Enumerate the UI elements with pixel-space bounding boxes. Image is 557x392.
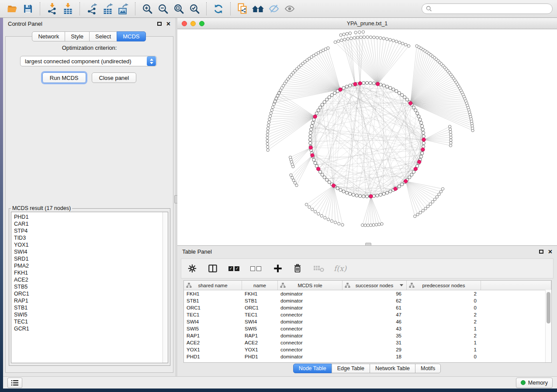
mcds-node[interactable]: [394, 187, 397, 190]
network-node[interactable]: [422, 141, 425, 144]
clone-network-icon[interactable]: [235, 2, 250, 16]
network-leaf-node[interactable]: [330, 220, 333, 222]
network-node[interactable]: [333, 91, 336, 94]
network-node[interactable]: [421, 152, 424, 155]
network-leaf-node[interactable]: [373, 36, 375, 38]
close-panel-icon[interactable]: ×: [166, 21, 170, 27]
network-leaf-node[interactable]: [362, 31, 364, 33]
network-leaf-node[interactable]: [439, 190, 442, 193]
mcds-result-item[interactable]: SRD1: [14, 255, 168, 262]
network-leaf-node[interactable]: [415, 45, 418, 47]
network-node[interactable]: [349, 193, 352, 196]
select-all-columns-icon[interactable]: ✓✓: [228, 266, 239, 271]
network-leaf-node[interactable]: [266, 127, 269, 130]
network-node[interactable]: [401, 183, 404, 186]
log-console-button[interactable]: [7, 378, 22, 388]
network-leaf-node[interactable]: [273, 100, 276, 103]
network-node[interactable]: [349, 84, 352, 87]
network-leaf-node[interactable]: [266, 146, 269, 148]
network-node[interactable]: [328, 96, 331, 99]
network-leaf-node[interactable]: [449, 128, 451, 131]
network-leaf-node[interactable]: [294, 182, 296, 184]
mcds-node[interactable]: [422, 138, 426, 141]
column-header-shared-name[interactable]: shared name: [184, 281, 242, 290]
network-leaf-node[interactable]: [414, 215, 416, 217]
run-mcds-button[interactable]: Run MCDS: [42, 72, 86, 83]
tab-motifs[interactable]: Motifs: [415, 364, 441, 373]
mcds-node[interactable]: [311, 154, 314, 157]
network-leaf-node[interactable]: [267, 121, 270, 124]
network-leaf-node[interactable]: [266, 142, 269, 145]
network-leaf-node[interactable]: [339, 34, 342, 36]
network-leaf-node[interactable]: [426, 205, 429, 208]
network-node[interactable]: [362, 82, 365, 85]
mcds-node[interactable]: [332, 184, 335, 187]
network-leaf-node[interactable]: [356, 36, 359, 39]
network-leaf-node[interactable]: [405, 43, 407, 46]
delete-column-icon[interactable]: [293, 264, 302, 273]
network-node[interactable]: [382, 84, 385, 87]
zoom-out-icon[interactable]: [155, 2, 171, 16]
mcds-result-item[interactable]: TID3: [14, 234, 168, 241]
network-leaf-node[interactable]: [438, 193, 440, 196]
network-node[interactable]: [318, 170, 322, 173]
network-node[interactable]: [412, 170, 415, 173]
network-node[interactable]: [309, 141, 312, 144]
network-leaf-node[interactable]: [422, 209, 424, 212]
export-image-icon[interactable]: [115, 2, 131, 16]
network-canvas[interactable]: [177, 29, 557, 245]
tab-style[interactable]: Style: [65, 31, 90, 41]
network-node[interactable]: [369, 82, 372, 85]
optimization-criterion-select[interactable]: largest connected component (undirected): [20, 56, 157, 66]
float-panel-icon[interactable]: [157, 22, 162, 26]
network-leaf-node[interactable]: [360, 36, 362, 38]
network-node[interactable]: [345, 191, 348, 194]
mcds-result-item[interactable]: TEC1: [14, 318, 168, 325]
network-leaf-node[interactable]: [366, 36, 369, 38]
mcds-node[interactable]: [353, 83, 357, 86]
network-leaf-node[interactable]: [292, 179, 295, 182]
network-leaf-node[interactable]: [378, 223, 381, 226]
network-leaf-node[interactable]: [419, 211, 422, 214]
mcds-node[interactable]: [414, 167, 417, 171]
network-leaf-node[interactable]: [314, 210, 317, 213]
table-row[interactable]: SWI4SWI4dominator462: [184, 318, 551, 325]
network-node[interactable]: [421, 124, 424, 127]
network-leaf-node[interactable]: [433, 198, 436, 201]
network-node[interactable]: [421, 128, 424, 131]
mcds-result-item[interactable]: SWI5: [14, 311, 168, 318]
table-settings-icon[interactable]: [187, 264, 197, 273]
column-header-name[interactable]: name: [242, 281, 278, 290]
network-node[interactable]: [365, 81, 368, 84]
network-node[interactable]: [420, 155, 423, 158]
network-node[interactable]: [365, 195, 368, 198]
network-leaf-node[interactable]: [441, 188, 444, 190]
network-node[interactable]: [414, 109, 417, 112]
network-leaf-node[interactable]: [266, 136, 269, 139]
mcds-node[interactable]: [418, 160, 421, 164]
network-node[interactable]: [325, 178, 329, 181]
network-node[interactable]: [392, 88, 395, 91]
network-node[interactable]: [386, 85, 389, 88]
network-node[interactable]: [323, 176, 326, 179]
table-scrollbar-thumb[interactable]: [547, 292, 550, 323]
open-file-icon[interactable]: [4, 2, 20, 16]
table-row[interactable]: RAP1RAP1dominator352: [184, 332, 551, 339]
network-leaf-node[interactable]: [392, 39, 394, 42]
network-leaf-node[interactable]: [270, 112, 272, 114]
network-node[interactable]: [386, 191, 389, 194]
network-leaf-node[interactable]: [343, 38, 346, 41]
network-leaf-node[interactable]: [449, 144, 452, 147]
table-row[interactable]: TEC1TEC1connector472: [184, 311, 551, 318]
network-node[interactable]: [339, 189, 342, 192]
network-node[interactable]: [398, 91, 401, 94]
table-row[interactable]: YOX1YOX1connector291: [184, 346, 551, 353]
mcds-result-item[interactable]: GCR1: [14, 325, 168, 332]
mcds-result-item[interactable]: STB5: [14, 283, 168, 290]
network-node[interactable]: [410, 173, 413, 176]
network-leaf-node[interactable]: [338, 222, 340, 225]
table-row[interactable]: ACE2ACE2connector311: [184, 339, 551, 346]
tab-mcds[interactable]: MCDS: [117, 31, 145, 41]
export-network-icon[interactable]: [84, 2, 100, 16]
network-node[interactable]: [345, 85, 348, 88]
